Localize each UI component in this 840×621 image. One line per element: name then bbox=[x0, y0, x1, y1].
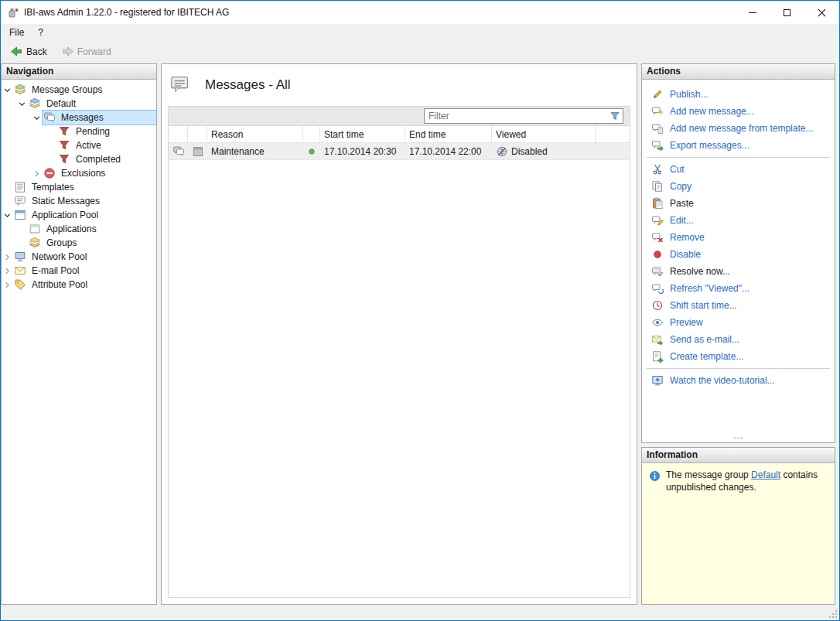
status-bar bbox=[1, 606, 839, 620]
tree-item-label: Static Messages bbox=[29, 195, 102, 207]
column-header-icon1[interactable] bbox=[169, 126, 188, 142]
filter-strip bbox=[169, 107, 630, 126]
chevron-down-icon[interactable] bbox=[31, 111, 43, 124]
action-resolve-now[interactable]: Resolve now... bbox=[642, 263, 835, 280]
tree-item-label: Application Pool bbox=[29, 209, 101, 221]
tree-item-label: Applications bbox=[44, 223, 99, 235]
tree-item-static-messages[interactable]: Static Messages bbox=[2, 194, 156, 208]
action-paste[interactable]: Paste bbox=[642, 195, 835, 212]
table-header-row: ReasonStart timeEnd timeViewed bbox=[169, 126, 630, 143]
information-message-prefix: The message group bbox=[666, 469, 751, 480]
column-header-icon2[interactable] bbox=[188, 126, 207, 142]
minimize-icon bbox=[749, 12, 756, 13]
viewed-disabled-icon bbox=[496, 145, 508, 158]
action-label: Preview bbox=[670, 317, 703, 328]
action-label: Send as e-mail... bbox=[670, 334, 739, 345]
table-row[interactable]: Maintenance17.10.2014 20:3017.10.2014 22… bbox=[169, 143, 630, 160]
chevron-down-icon[interactable] bbox=[2, 209, 13, 221]
tree-item-applications[interactable]: Applications bbox=[2, 222, 156, 236]
tree-item-active[interactable]: Active bbox=[2, 138, 156, 152]
column-header-end_time[interactable]: End time bbox=[405, 126, 492, 142]
tree-item-default[interactable]: Default bbox=[2, 97, 156, 111]
maximize-button[interactable] bbox=[770, 1, 804, 24]
chevron-right-icon[interactable] bbox=[2, 264, 13, 277]
tree-item-application-pool[interactable]: Application Pool bbox=[2, 208, 156, 222]
forward-button[interactable]: Forward bbox=[55, 43, 118, 60]
action-label: Add new message... bbox=[670, 106, 754, 117]
tree-item-label: Attribute Pool bbox=[29, 278, 90, 291]
tree-item-exclusions[interactable]: Exclusions bbox=[2, 166, 156, 180]
action-disable[interactable]: Disable bbox=[642, 246, 835, 263]
column-header-viewed[interactable]: Viewed bbox=[492, 126, 596, 142]
expander-spacer bbox=[2, 195, 13, 207]
filter-icon bbox=[58, 153, 70, 165]
column-header-start_time[interactable]: Start time bbox=[320, 126, 405, 142]
chevron-down-icon[interactable] bbox=[2, 84, 13, 96]
close-button[interactable] bbox=[804, 1, 839, 24]
remove-icon bbox=[651, 231, 664, 244]
action-edit[interactable]: Edit... bbox=[642, 212, 835, 229]
shift-start-time-icon bbox=[651, 299, 664, 312]
publish-icon bbox=[651, 88, 664, 101]
tree-item-label: Groups bbox=[44, 237, 79, 249]
action-label: Cut bbox=[670, 164, 685, 175]
tree-item-pending[interactable]: Pending bbox=[2, 125, 156, 138]
expander-spacer bbox=[46, 153, 57, 165]
messages-icon bbox=[43, 111, 56, 124]
tree-item-message-groups[interactable]: Message Groups bbox=[2, 83, 156, 97]
chevron-right-icon[interactable] bbox=[31, 167, 43, 179]
action-refresh-viewed[interactable]: Refresh "Viewed"... bbox=[642, 280, 835, 297]
tree-item-groups[interactable]: Groups bbox=[2, 236, 156, 250]
messages-icon bbox=[172, 145, 185, 158]
action-send-as-e-mail[interactable]: Send as e-mail... bbox=[642, 331, 835, 348]
filter-funnel-icon[interactable] bbox=[609, 110, 621, 122]
menu-help[interactable]: ? bbox=[31, 24, 50, 41]
tree-item-e-mail-pool[interactable]: E-mail Pool bbox=[2, 264, 156, 278]
minimize-button[interactable] bbox=[735, 1, 770, 24]
resize-grip-icon[interactable] bbox=[828, 609, 838, 619]
action-label: Shift start time... bbox=[670, 300, 737, 311]
action-watch-the-video-tutorial[interactable]: Watch the video-tutorial... bbox=[642, 372, 835, 389]
tree-item-attribute-pool[interactable]: Attribute Pool bbox=[2, 278, 156, 292]
action-add-new-message-from-template[interactable]: Add new message from template... bbox=[642, 120, 835, 137]
action-create-template[interactable]: Create template... bbox=[642, 348, 835, 365]
actions-more-button[interactable]: ... bbox=[642, 429, 835, 442]
actions-list: Publish...Add new message...Add new mess… bbox=[642, 80, 835, 442]
action-shift-start-time[interactable]: Shift start time... bbox=[642, 297, 835, 314]
chevron-right-icon[interactable] bbox=[2, 278, 13, 291]
tree-item-network-pool[interactable]: Network Pool bbox=[2, 250, 156, 264]
video-tutorial-icon bbox=[651, 374, 664, 387]
action-remove[interactable]: Remove bbox=[642, 229, 835, 246]
send-email-icon bbox=[651, 333, 664, 346]
tree-item-completed[interactable]: Completed bbox=[2, 152, 156, 166]
expander-spacer bbox=[46, 125, 57, 138]
action-cut[interactable]: Cut bbox=[642, 161, 835, 178]
forward-label: Forward bbox=[77, 46, 111, 57]
column-header-reason[interactable]: Reason bbox=[207, 126, 303, 142]
expander-spacer bbox=[16, 237, 28, 249]
app-window: IBI-aws Admin 1.22.0 - registered for IB… bbox=[0, 0, 840, 621]
back-button[interactable]: Back bbox=[4, 43, 53, 60]
chevron-right-icon[interactable] bbox=[2, 251, 13, 263]
column-header-filler bbox=[596, 126, 630, 142]
menu-file[interactable]: File bbox=[2, 24, 31, 41]
action-copy[interactable]: Copy bbox=[642, 178, 835, 195]
filter-input[interactable] bbox=[425, 110, 609, 122]
forward-icon bbox=[61, 45, 74, 58]
status-green-icon bbox=[306, 145, 318, 158]
cell-icon1 bbox=[169, 145, 188, 158]
messages-header: Messages - All bbox=[162, 64, 637, 106]
action-preview[interactable]: Preview bbox=[642, 314, 835, 331]
column-header-status[interactable] bbox=[303, 126, 320, 142]
default-group-link[interactable]: Default bbox=[751, 469, 780, 480]
information-body: The message group Default contains unpub… bbox=[642, 463, 835, 604]
action-export-messages[interactable]: Export messages... bbox=[642, 137, 835, 154]
tree-item-templates[interactable]: Templates bbox=[2, 180, 156, 194]
action-publish[interactable]: Publish... bbox=[642, 86, 835, 103]
default-group-icon bbox=[29, 97, 41, 110]
chevron-down-icon[interactable] bbox=[16, 97, 28, 110]
tree-item-messages[interactable]: Messages bbox=[2, 111, 156, 125]
actions-panel: Actions Publish...Add new message...Add … bbox=[641, 63, 835, 443]
tree-item-label: Templates bbox=[29, 181, 77, 193]
action-add-new-message[interactable]: Add new message... bbox=[642, 103, 835, 120]
